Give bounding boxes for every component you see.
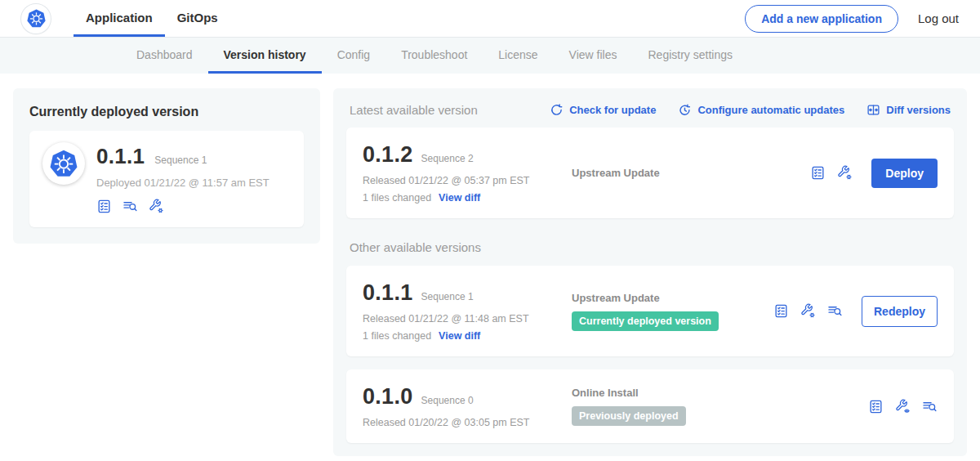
refresh-icon [550, 103, 564, 117]
files-changed-label: 1 files changed [363, 330, 431, 342]
previously-deployed-badge: Previously deployed [572, 406, 686, 426]
currently-deployed-title: Currently deployed version [29, 105, 304, 119]
version-row-0-1-1: 0.1.1 Sequence 1 Released 01/21/22 @ 11:… [346, 266, 954, 356]
deploy-logs-icon[interactable] [827, 303, 843, 319]
version-number: 0.1.1 [363, 280, 413, 306]
deployed-version-number: 0.1.1 [96, 144, 145, 169]
configure-automatic-updates-label: Configure automatic updates [697, 104, 844, 116]
version-actions: Deploy [810, 159, 938, 188]
preflight-checklist-icon[interactable] [868, 399, 884, 414]
tab-application-label: Application [86, 11, 153, 25]
app-header: Application GitOps Add a new application… [0, 0, 980, 38]
version-source-col: Online Install Previously deployed [572, 387, 769, 426]
sequence-label: Sequence 2 [421, 153, 474, 164]
subnav-config[interactable]: Config [322, 38, 385, 74]
check-for-update-link[interactable]: Check for update [550, 103, 656, 117]
edit-config-wrench-icon[interactable] [837, 165, 853, 181]
header-right: Add a new application Log out [745, 0, 959, 37]
preflight-checklist-icon[interactable] [810, 165, 826, 181]
deploy-logs-icon[interactable] [922, 399, 938, 414]
auto-update-clock-icon [678, 103, 692, 117]
subnav-version-history[interactable]: Version history [208, 38, 322, 74]
redeploy-button[interactable]: Redeploy [862, 296, 938, 327]
edit-config-wrench-icon[interactable] [149, 199, 164, 214]
check-for-update-label: Check for update [569, 104, 656, 116]
app-icon-badge [42, 142, 85, 185]
version-source-col: Upstream Update [572, 167, 769, 179]
subnav-license[interactable]: License [483, 38, 553, 74]
version-info: 0.1.1 Sequence 1 Released 01/21/22 @ 11:… [363, 280, 572, 342]
tab-application[interactable]: Application [74, 0, 165, 37]
view-diff-link[interactable]: View diff [439, 192, 480, 204]
main-content: Currently deployed version [0, 74, 980, 461]
deployed-action-icons [96, 199, 270, 214]
diff-icon [866, 103, 880, 117]
version-source-label: Upstream Update [572, 292, 769, 304]
configure-automatic-updates-link[interactable]: Configure automatic updates [678, 103, 844, 117]
deployed-sequence-label: Sequence 1 [154, 154, 207, 166]
diff-versions-link[interactable]: Diff versions [866, 103, 951, 117]
subnav-registry-settings[interactable]: Registry settings [632, 38, 747, 74]
latest-available-title: Latest available version [350, 103, 478, 117]
available-header: Latest available version Check for updat… [350, 103, 951, 117]
edit-config-wrench-icon[interactable] [800, 303, 816, 319]
version-number: 0.1.2 [363, 142, 413, 168]
subnav-view-files[interactable]: View files [554, 38, 633, 74]
released-timestamp: Released 01/20/22 @ 03:05 pm EST [363, 417, 572, 428]
currently-deployed-panel: Currently deployed version [13, 88, 320, 244]
sequence-label: Sequence 1 [421, 291, 474, 302]
version-info: 0.1.2 Sequence 2 Released 01/21/22 @ 05:… [363, 142, 572, 204]
app-subnav: Dashboard Version history Config Trouble… [0, 38, 980, 74]
app-logo [21, 4, 51, 34]
preflight-checklist-icon[interactable] [96, 199, 112, 214]
tab-gitops[interactable]: GitOps [165, 0, 230, 37]
preflight-checklist-icon[interactable] [773, 303, 789, 319]
header-tabs: Application GitOps [74, 0, 230, 37]
version-actions [868, 399, 938, 414]
version-row-0-1-0: 0.1.0 Sequence 0 Released 01/20/22 @ 03:… [346, 369, 954, 443]
other-available-title: Other available versions [350, 240, 951, 254]
released-timestamp: Released 01/21/22 @ 11:48 am EST [363, 313, 572, 324]
deployed-timestamp: Deployed 01/21/22 @ 11:57 am EST [96, 177, 270, 189]
kubernetes-logo-icon [47, 147, 80, 180]
version-info: 0.1.0 Sequence 0 Released 01/20/22 @ 03:… [363, 384, 572, 428]
version-source-label: Upstream Update [572, 167, 769, 179]
view-config-wrench-eye-icon[interactable] [895, 399, 911, 414]
files-changed-label: 1 files changed [363, 192, 431, 204]
view-diff-link[interactable]: View diff [439, 330, 480, 342]
sequence-label: Sequence 0 [421, 395, 474, 406]
diff-versions-label: Diff versions [886, 104, 951, 116]
deploy-button[interactable]: Deploy [871, 159, 938, 188]
currently-deployed-badge: Currently deployed version [572, 311, 719, 331]
version-number: 0.1.0 [363, 384, 413, 410]
version-row-0-1-2: 0.1.2 Sequence 2 Released 01/21/22 @ 05:… [346, 128, 954, 218]
subnav-dashboard[interactable]: Dashboard [121, 38, 208, 74]
version-source-col: Upstream Update Currently deployed versi… [572, 292, 769, 331]
deployed-version-card: 0.1.1 Sequence 1 Deployed 01/21/22 @ 11:… [29, 131, 304, 227]
tab-gitops-label: GitOps [177, 11, 218, 25]
version-actions: Redeploy [773, 296, 938, 327]
deployed-version-body: 0.1.1 Sequence 1 Deployed 01/21/22 @ 11:… [96, 142, 270, 214]
add-application-button[interactable]: Add a new application [745, 5, 898, 33]
released-timestamp: Released 01/21/22 @ 05:37 pm EST [363, 175, 572, 186]
available-actions: Check for update Configure automatic upd… [550, 103, 951, 117]
kubernetes-logo-icon [25, 7, 47, 29]
available-versions-panel: Latest available version Check for updat… [333, 88, 967, 456]
subnav-troubleshoot[interactable]: Troubleshoot [385, 38, 483, 74]
version-source-label: Online Install [572, 387, 769, 399]
deploy-logs-icon[interactable] [122, 199, 138, 214]
logout-link[interactable]: Log out [918, 11, 959, 25]
